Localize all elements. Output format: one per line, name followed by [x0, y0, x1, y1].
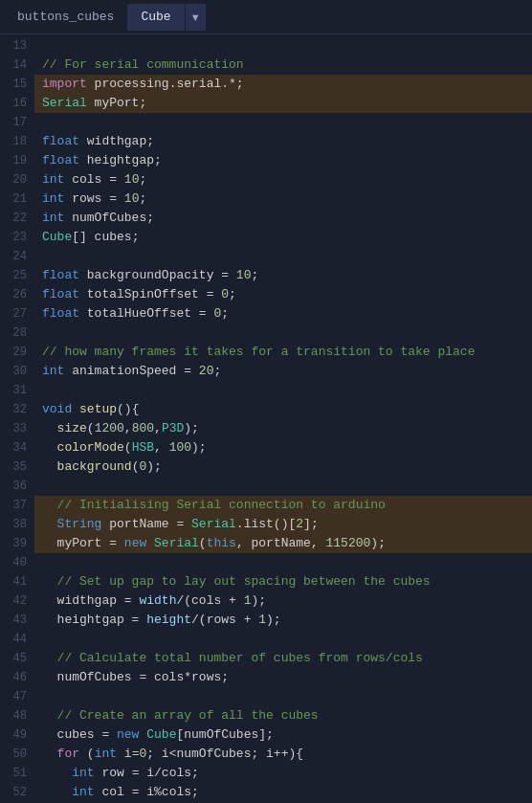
code-line: // Create an array of all the cubes [34, 706, 532, 725]
tab-bar: buttons_cubes Cube ▼ [0, 0, 532, 34]
code-line: float totalSpinOffset = 0; [34, 285, 532, 304]
line-number: 31 [4, 381, 27, 400]
line-number: 48 [4, 706, 27, 725]
line-number: 26 [4, 285, 27, 304]
line-number: 21 [4, 190, 27, 209]
line-number: 43 [4, 611, 27, 630]
line-number: 37 [4, 496, 27, 515]
code-line [34, 36, 532, 56]
line-number: 15 [4, 75, 27, 94]
code-line: int col = i%cols; [34, 783, 532, 802]
code-line: colorMode(HSB, 100); [34, 438, 532, 457]
line-number: 19 [4, 151, 27, 170]
tab-buttons-cubes[interactable]: buttons_cubes [4, 4, 127, 31]
code-line [34, 630, 532, 649]
code-line [34, 247, 532, 266]
line-number: 13 [4, 36, 27, 56]
code-line: import processing.serial.*; [34, 75, 532, 94]
code-line: float backgroundOpacity = 10; [34, 266, 532, 285]
line-number: 44 [4, 630, 27, 649]
code-line: // how many frames it takes for a transi… [34, 343, 532, 362]
line-numbers: 1314151617181920212223242526272829303132… [0, 34, 34, 803]
code-line: int cols = 10; [34, 170, 532, 190]
code-line [34, 381, 532, 400]
line-number: 35 [4, 457, 27, 477]
line-number: 51 [4, 764, 27, 783]
code-line: widthgap = width/(cols + 1); [34, 591, 532, 611]
code-line: // Calculate total number of cubes from … [34, 649, 532, 668]
code-line: numOfCubes = cols*rows; [34, 668, 532, 687]
code-line: float heightgap; [34, 151, 532, 170]
line-number: 28 [4, 323, 27, 343]
code-line: myPort = new Serial(this, portName, 1152… [34, 534, 532, 553]
code-line: float widthgap; [34, 132, 532, 151]
line-number: 33 [4, 419, 27, 438]
code-line: int rows = 10; [34, 190, 532, 209]
code-line [34, 113, 532, 132]
code-lines: // For serial communicationimport proces… [34, 34, 532, 803]
code-line: heightgap = height/(rows + 1); [34, 611, 532, 630]
line-number: 52 [4, 783, 27, 802]
line-number: 47 [4, 687, 27, 706]
code-line: int row = i/cols; [34, 764, 532, 783]
code-line: // Initialising Serial connection to ard… [34, 496, 532, 515]
code-line: Serial myPort; [34, 94, 532, 113]
line-number: 24 [4, 247, 27, 266]
line-number: 41 [4, 572, 27, 591]
line-number: 20 [4, 170, 27, 190]
code-line: Cube[] cubes; [34, 228, 532, 247]
line-number: 40 [4, 553, 27, 572]
code-line: // For serial communication [34, 56, 532, 75]
code-line: String portName = Serial.list()[2]; [34, 515, 532, 534]
code-line: void setup(){ [34, 400, 532, 419]
code-line: // Set up gap to lay out spacing between… [34, 572, 532, 591]
line-number: 18 [4, 132, 27, 151]
line-number: 29 [4, 343, 27, 362]
line-number: 22 [4, 209, 27, 228]
code-area: 1314151617181920212223242526272829303132… [0, 34, 532, 803]
code-line: float totalHueOffset = 0; [34, 304, 532, 323]
line-number: 14 [4, 56, 27, 75]
line-number: 32 [4, 400, 27, 419]
tab-cube[interactable]: Cube [127, 4, 184, 31]
line-number: 23 [4, 228, 27, 247]
code-line [34, 323, 532, 343]
line-number: 42 [4, 591, 27, 611]
code-line [34, 687, 532, 706]
tab-dropdown-button[interactable]: ▼ [185, 4, 206, 31]
code-line: size(1200,800,P3D); [34, 419, 532, 438]
line-number: 34 [4, 438, 27, 457]
line-number: 50 [4, 745, 27, 764]
code-line: for (int i=0; i<numOfCubes; i++){ [34, 745, 532, 764]
line-number: 45 [4, 649, 27, 668]
code-line: int numOfCubes; [34, 209, 532, 228]
line-number: 25 [4, 266, 27, 285]
line-number: 39 [4, 534, 27, 553]
line-number: 17 [4, 113, 27, 132]
line-number: 36 [4, 477, 27, 496]
code-line [34, 477, 532, 496]
code-line: background(0); [34, 457, 532, 477]
line-number: 49 [4, 725, 27, 745]
code-line [34, 553, 532, 572]
code-line: cubes = new Cube[numOfCubes]; [34, 725, 532, 745]
line-number: 27 [4, 304, 27, 323]
line-number: 16 [4, 94, 27, 113]
line-number: 46 [4, 668, 27, 687]
line-number: 38 [4, 515, 27, 534]
line-number: 30 [4, 362, 27, 381]
code-line: int animationSpeed = 20; [34, 362, 532, 381]
